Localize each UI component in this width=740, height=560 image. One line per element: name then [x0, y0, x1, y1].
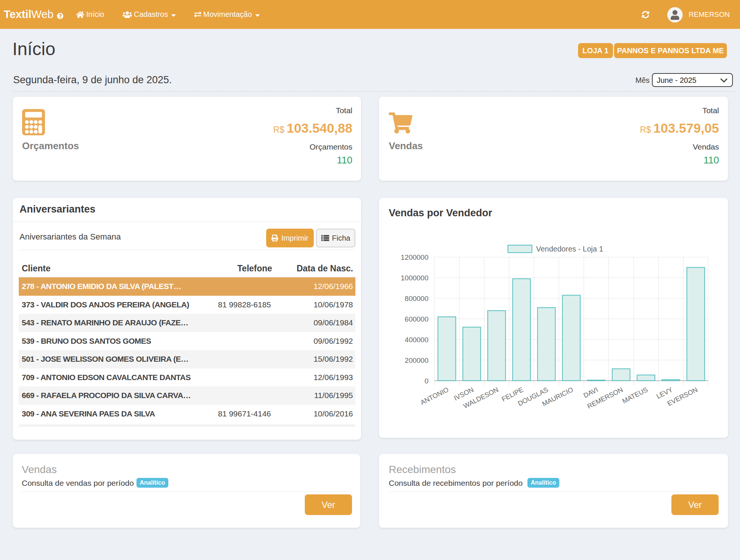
svg-text:ANTONIO: ANTONIO — [419, 386, 450, 406]
svg-text:600000: 600000 — [405, 315, 428, 323]
svg-text:400000: 400000 — [405, 336, 428, 344]
svg-text:DAVI: DAVI — [582, 386, 599, 399]
svg-text:MATEUS: MATEUS — [621, 386, 649, 405]
svg-text:Vendedores - Loja 1: Vendedores - Loja 1 — [536, 245, 603, 253]
svg-text:200000: 200000 — [405, 356, 428, 364]
svg-text:0: 0 — [424, 377, 428, 385]
svg-text:800000: 800000 — [405, 295, 428, 302]
svg-text:1000000: 1000000 — [401, 274, 428, 282]
svg-text:1200000: 1200000 — [401, 253, 428, 261]
